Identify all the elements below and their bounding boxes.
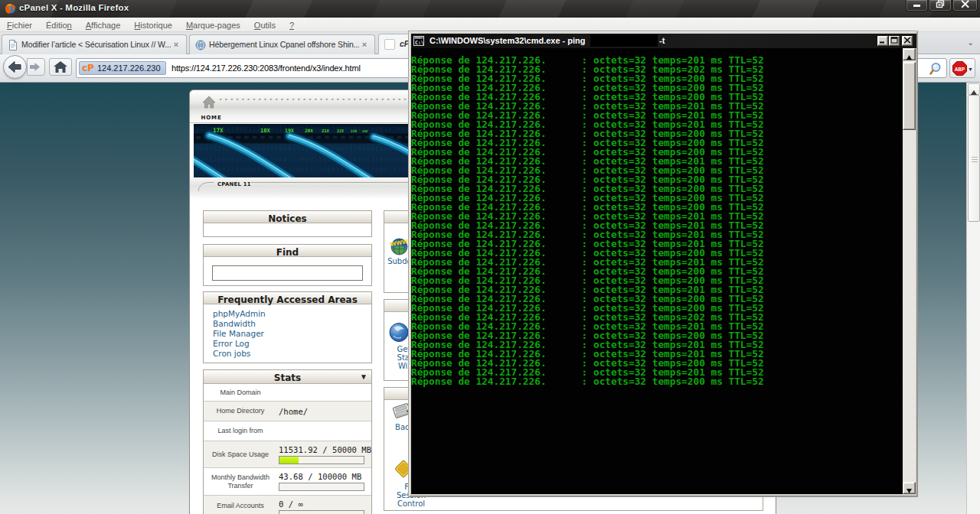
banner-port-label: 21X [322,128,330,133]
faa-link-phpmyadmin[interactable]: phpMyAdmin [213,310,371,318]
stats-progress-bar [279,483,364,491]
tab-1[interactable]: Modifier l’article < Sécurisation Linux … [2,34,187,54]
stats-row-email-accounts: Email Accounts0 / ∞ [204,496,371,514]
find-box: Find [203,244,372,286]
home-icon [202,95,216,113]
stats-value: /home/ [279,407,308,416]
identity-host: 124.217.226.230 [97,63,161,73]
minimize-button[interactable] [906,0,928,11]
banner-port-label: 19X [285,128,294,134]
firefox-logo-icon [4,2,17,15]
window-controls [905,0,978,11]
cmd-title-text: C:\WINDOWS\system32\cmd.exe - ping [430,36,586,45]
globe-icon [195,40,206,50]
window-title: cPanel X - Mozilla Firefox [19,3,129,12]
banner-port-label: 22X [337,128,344,133]
cmd-window-controls [877,36,913,46]
firefox-titlebar: cPanel X - Mozilla Firefox [0,0,980,18]
abp-stop-icon: ABP [952,61,967,76]
tab-close-icon[interactable]: × [171,39,181,50]
menu-outils[interactable]: Outils [247,18,283,30]
tab-2[interactable]: Hébergement Linux Cpanel offshore Shin..… [189,34,375,54]
document-icon [8,40,18,50]
cmd-close-button[interactable] [902,36,913,46]
wizard-icon[interactable] [388,322,410,346]
stats-progress-fill [279,457,299,464]
faa-link-file-manager[interactable]: File Manager [213,330,371,338]
stats-box: Stats ▼ Main DomainHome Directory/home/L… [203,369,372,514]
stats-label: Disk Space Usage [204,441,277,467]
tab-title: Hébergement Linux Cpanel offshore Shin..… [209,40,359,49]
stats-value: 11531.92 / 50000 MB [279,445,371,454]
stats-row-main-domain: Main Domain [204,384,371,402]
stats-progress-bar [279,510,364,514]
tab-close-icon[interactable]: × [359,39,370,50]
notices-box: Notices [203,210,372,237]
cmd-scrollbar[interactable] [903,48,916,494]
home-button[interactable] [49,58,72,76]
cmd-console-output[interactable]: Réponse de 124.217.226. : octets=32 temp… [411,48,903,494]
cmd-minimize-button[interactable] [877,36,888,46]
back-button[interactable] [3,55,27,79]
cpanel-brand-label: CPANEL 11 [217,181,251,187]
subdomains-icon[interactable]: WWW [390,237,409,259]
menu-affichage[interactable]: Affichage [79,18,128,30]
banner-port-label: 18X [260,128,270,134]
cmd-icon-text: C:\ [415,40,424,46]
stats-row-disk-space-usage: Disk Space Usage11531.92 / 50000 MB [204,441,371,468]
forward-button[interactable] [27,58,45,76]
menu-historique[interactable]: Historique [127,18,179,30]
stats-value: 43.68 / 100000 MB [279,472,361,481]
abp-label: ABP [955,67,965,72]
cmd-titlebar[interactable]: C:\ C:\WINDOWS\system32\cmd.exe - ping -… [411,34,916,48]
ping-reply-line: Réponse de 124.217.226. : octets=32 temp… [411,377,903,386]
cmd-maximize-button[interactable] [889,36,900,46]
close-button[interactable] [952,0,978,11]
frequently-accessed-areas-box: Frequently Accessed Areas phpMyAdminBand… [203,291,372,363]
cmd-icon: C:\ [413,36,424,46]
stats-row-monthly-bandwidth-transfer: Monthly Bandwidth Transfer43.68 / 100000… [204,468,371,496]
site-identity-box[interactable]: cP 124.217.226.230 [79,61,166,75]
banner-port-label: 24X [362,129,368,133]
adblock-button[interactable]: ABP ▼ [949,58,975,78]
blank-favicon [384,39,395,50]
cmd-scroll-up-button[interactable] [903,48,916,60]
collapse-triangle-icon[interactable]: ▼ [360,372,368,381]
menu-fichier[interactable]: Fichier [0,18,39,30]
notices-title: Notices [268,213,307,224]
stats-label: Main Domain [204,384,277,401]
cpanel-favicon: cP [82,63,94,73]
stats-label: Monthly Bandwidth Transfer [204,468,277,495]
stats-label: Last login from [204,421,277,441]
banner-port-label: 23X [351,129,357,133]
stats-title: Stats [274,372,301,383]
faa-link-bandwidth[interactable]: Bandwidth [213,320,371,328]
faa-title: Frequently Accessed Areas [217,294,358,305]
stats-row-home-directory: Home Directory/home/ [204,402,371,421]
home-label: HOME [196,115,227,121]
url-text[interactable]: https://124.217.226.230:2083/frontend/x3… [172,63,361,73]
faa-link-cron-jobs[interactable]: Cron jobs [213,350,371,358]
cmd-window[interactable]: C:\ C:\WINDOWS\system32\cmd.exe - ping -… [408,31,918,497]
abp-dropdown-arrow[interactable]: ▼ [968,67,973,72]
tab-list-chevron-icon[interactable]: ⌄ [968,38,974,47]
find-title: Find [276,247,299,258]
menu-?[interactable]: ? [283,18,301,30]
tab-title: Modifier l’article < Sécurisation Linux … [21,40,171,49]
cmd-title-suffix: -t [659,36,665,45]
stats-label: Email Accounts [204,496,277,514]
cmd-scroll-down-button[interactable] [903,482,916,494]
stats-row-last-login-from: Last login from [204,421,371,441]
stats-label: Home Directory [204,402,277,421]
menu-marquepages[interactable]: Marque-pages [179,18,247,30]
cmd-scroll-thumb[interactable] [903,62,916,130]
search-icon[interactable] [927,61,942,76]
stats-value: 0 / ∞ [279,499,303,509]
banner-port-label: 17X [213,127,224,134]
menu-ditio[interactable]: Édition [39,18,79,30]
maximize-button[interactable] [929,0,952,11]
faa-link-error-log[interactable]: Error Log [213,340,371,348]
banner-port-label: 20X [305,128,313,133]
stats-progress-bar [279,456,364,464]
find-input[interactable] [212,265,363,281]
